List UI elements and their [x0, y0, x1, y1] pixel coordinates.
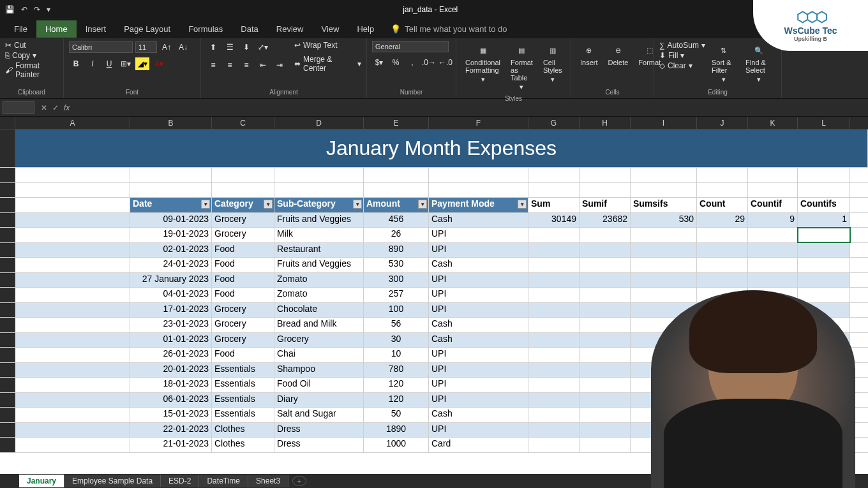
- align-center-icon[interactable]: ≡: [223, 59, 237, 71]
- date-cell[interactable]: 04-01-2023: [130, 288, 212, 302]
- tell-me-search[interactable]: 💡 Tell me what you want to do: [391, 24, 507, 34]
- tab-file[interactable]: File: [5, 20, 36, 38]
- sheet-tab-datetime[interactable]: DateTime: [199, 475, 248, 487]
- filter-icon[interactable]: ▾: [418, 200, 427, 209]
- fill-color-button[interactable]: ◢▾: [135, 57, 149, 70]
- subcategory-cell[interactable]: Dress: [274, 438, 364, 452]
- category-cell[interactable]: Food: [212, 258, 274, 272]
- summary-label-countif[interactable]: Countif: [748, 198, 798, 212]
- tab-insert[interactable]: Insert: [77, 20, 116, 38]
- border-button[interactable]: ⊞▾: [119, 57, 133, 70]
- row-header[interactable]: [0, 183, 15, 198]
- subcategory-cell[interactable]: Restaurant: [274, 243, 364, 258]
- summary-label-count[interactable]: Count: [697, 198, 748, 212]
- tab-data[interactable]: Data: [232, 20, 267, 38]
- select-all-corner[interactable]: [0, 117, 15, 129]
- number-format-select[interactable]: [372, 41, 449, 52]
- row-header[interactable]: [0, 318, 15, 332]
- align-left-icon[interactable]: ≡: [206, 59, 220, 71]
- table-header-amount[interactable]: Amount▾: [364, 198, 429, 212]
- subcategory-cell[interactable]: Dress: [274, 423, 364, 438]
- table-header-date[interactable]: Date▾: [130, 198, 212, 212]
- amount-cell[interactable]: 26: [364, 228, 429, 242]
- orientation-icon[interactable]: ⤢▾: [256, 41, 270, 54]
- decrease-font-icon[interactable]: A↓: [176, 41, 190, 54]
- payment-cell[interactable]: Cash: [429, 318, 528, 332]
- increase-indent-icon[interactable]: ⇥: [273, 59, 287, 71]
- category-cell[interactable]: Food: [212, 243, 274, 258]
- find-select-button[interactable]: 🔍Find & Select ▾: [742, 41, 776, 86]
- col-header-D[interactable]: D: [274, 117, 364, 129]
- name-box[interactable]: [3, 101, 34, 114]
- date-cell[interactable]: 26-01-2023: [130, 348, 212, 362]
- payment-cell[interactable]: Card: [429, 438, 528, 452]
- subcategory-cell[interactable]: Food Oil: [274, 378, 364, 392]
- clear-button[interactable]: ◇Clear ▾: [659, 61, 705, 70]
- summary-label-sum[interactable]: Sum: [528, 198, 580, 212]
- amount-cell[interactable]: 530: [364, 258, 429, 272]
- category-cell[interactable]: Essentials: [212, 393, 274, 408]
- payment-cell[interactable]: Cash: [429, 333, 528, 348]
- category-cell[interactable]: Grocery: [212, 228, 274, 242]
- sheet-title[interactable]: January Month Expenses: [15, 129, 868, 167]
- col-header-I[interactable]: I: [631, 117, 697, 129]
- formula-input[interactable]: [73, 101, 868, 114]
- tab-home[interactable]: Home: [36, 20, 77, 38]
- amount-cell[interactable]: 50: [364, 408, 429, 422]
- cut-button[interactable]: ✂Cut: [5, 41, 58, 50]
- countifs-value[interactable]: 1: [798, 213, 850, 228]
- subcategory-cell[interactable]: Zomato: [274, 288, 364, 302]
- amount-cell[interactable]: 780: [364, 363, 429, 378]
- row-header[interactable]: [0, 213, 15, 228]
- delete-cells-button[interactable]: ⊖Delete: [604, 41, 632, 69]
- increase-font-icon[interactable]: A↑: [160, 41, 174, 54]
- undo-icon[interactable]: ↶: [21, 5, 27, 14]
- row-header[interactable]: [0, 258, 15, 272]
- fx-icon[interactable]: fx: [64, 103, 70, 112]
- cancel-formula-icon[interactable]: ✕: [41, 103, 47, 112]
- col-header-E[interactable]: E: [364, 117, 429, 129]
- row-header[interactable]: [0, 198, 15, 212]
- fill-button[interactable]: ⬇Fill ▾: [659, 51, 705, 60]
- sumsifs-value[interactable]: 530: [631, 213, 697, 228]
- copy-button[interactable]: ⎘Copy ▾: [5, 51, 58, 60]
- count-value[interactable]: 29: [697, 213, 748, 228]
- subcategory-cell[interactable]: Diary: [274, 393, 364, 408]
- row-header[interactable]: [0, 129, 15, 167]
- decrease-decimal-icon[interactable]: ←.0: [438, 56, 453, 69]
- payment-cell[interactable]: UPI: [429, 228, 528, 242]
- subcategory-cell[interactable]: Grocery: [274, 333, 364, 348]
- sheet-tab-january[interactable]: January: [19, 475, 64, 487]
- payment-cell[interactable]: UPI: [429, 363, 528, 378]
- italic-button[interactable]: I: [86, 57, 100, 70]
- tab-review[interactable]: Review: [267, 20, 313, 38]
- date-cell[interactable]: 21-01-2023: [130, 438, 212, 452]
- table-header-subcategory[interactable]: Sub-Category▾: [274, 198, 364, 212]
- category-cell[interactable]: Essentials: [212, 408, 274, 422]
- date-cell[interactable]: 09-01-2023: [130, 213, 212, 228]
- date-cell[interactable]: 19-01-2023: [130, 228, 212, 242]
- payment-cell[interactable]: UPI: [429, 243, 528, 258]
- amount-cell[interactable]: 100: [364, 303, 429, 318]
- date-cell[interactable]: 17-01-2023: [130, 303, 212, 318]
- payment-cell[interactable]: UPI: [429, 288, 528, 302]
- conditional-formatting-button[interactable]: ▦Conditional Formatting ▾: [461, 41, 504, 86]
- accept-formula-icon[interactable]: ✓: [52, 103, 59, 112]
- col-header-C[interactable]: C: [212, 117, 274, 129]
- table-header-category[interactable]: Category▾: [212, 198, 274, 212]
- sheet-tab-esd2[interactable]: ESD-2: [161, 475, 199, 487]
- payment-cell[interactable]: Cash: [429, 408, 528, 422]
- sheet-tab-employee[interactable]: Employee Sample Data: [64, 475, 161, 487]
- category-cell[interactable]: Essentials: [212, 378, 274, 392]
- format-as-table-button[interactable]: ▤Format as Table ▾: [507, 41, 537, 94]
- date-cell[interactable]: 20-01-2023: [130, 363, 212, 378]
- amount-cell[interactable]: 120: [364, 378, 429, 392]
- tab-help[interactable]: Help: [348, 20, 383, 38]
- row-header[interactable]: [0, 243, 15, 258]
- category-cell[interactable]: Essentials: [212, 363, 274, 378]
- row-header[interactable]: [0, 168, 15, 182]
- format-painter-button[interactable]: 🖌Format Painter: [5, 61, 58, 79]
- row-header[interactable]: [0, 423, 15, 438]
- add-sheet-button[interactable]: +: [292, 476, 306, 486]
- sort-filter-button[interactable]: ⇅Sort & Filter ▾: [708, 41, 739, 86]
